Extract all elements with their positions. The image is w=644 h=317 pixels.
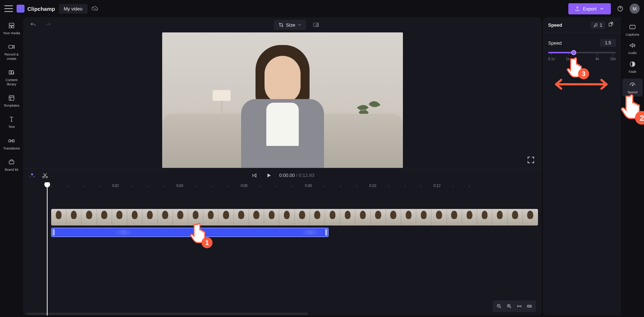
sidebar-item-record[interactable]: Record & create	[1, 43, 22, 61]
svg-rect-7	[9, 95, 14, 100]
timeline[interactable]: /*placeholder*/ 0:020:040:060:080:100:12	[23, 182, 542, 316]
svg-text:3: 3	[582, 70, 585, 77]
play-button[interactable]	[265, 171, 273, 179]
speed-icon	[629, 81, 636, 89]
fullscreen-button[interactable]	[527, 156, 535, 164]
slider-tick-labels: 0.1x 1x 2x 4x 16x	[548, 57, 616, 61]
zoom-fit-button[interactable]	[514, 302, 524, 311]
svg-rect-12	[316, 24, 318, 26]
ruler-label: 0:06	[241, 184, 248, 188]
svg-rect-2	[9, 26, 11, 28]
audio-clip[interactable]	[51, 228, 329, 237]
clip-thumbnail	[66, 209, 81, 226]
zoom-in-button[interactable]	[504, 302, 514, 311]
right-rail: Captions Audio Fade Speed 2	[621, 17, 644, 317]
ruler-label: 0:04	[176, 184, 183, 188]
video-preview-frame	[162, 32, 403, 168]
clip-thumbnail	[279, 209, 294, 226]
menu-icon[interactable]	[4, 5, 13, 12]
record-icon	[8, 43, 15, 51]
clip-thumbnail	[51, 209, 66, 226]
clip-thumbnail	[264, 209, 279, 226]
ai-sparkle-button[interactable]	[28, 171, 36, 179]
clip-handle-right[interactable]	[325, 229, 327, 236]
skip-back-button[interactable]	[250, 171, 258, 179]
sidebar-item-label: Templates	[4, 103, 19, 107]
clip-thumbnail	[218, 209, 234, 226]
preview-canvas[interactable]	[23, 32, 542, 168]
clip-thumbnail	[81, 209, 97, 226]
video-clip[interactable]	[51, 209, 538, 226]
brand-name: Clipchamp	[27, 6, 55, 12]
clip-thumbnail	[112, 209, 127, 226]
help-icon[interactable]	[614, 3, 626, 14]
right-rail-speed[interactable]: Speed	[622, 79, 643, 96]
redo-button[interactable]	[43, 20, 53, 30]
timecode: 0:00.00 / 0:12.83	[279, 173, 315, 178]
sidebar-item-text[interactable]: Text	[1, 115, 22, 129]
clip-thumbnail	[158, 209, 173, 226]
rail-label: Fade	[629, 70, 636, 73]
duration: 0:12.83	[299, 173, 314, 178]
library-icon	[8, 68, 15, 76]
size-dropdown[interactable]: Size	[274, 20, 306, 30]
editor-area: Size	[23, 17, 542, 316]
rail-label: Speed	[627, 90, 637, 94]
speed-value-input[interactable]: 1.5	[600, 39, 616, 47]
playhead[interactable]	[47, 182, 48, 316]
crop-icon	[278, 22, 284, 28]
project-title-input[interactable]: My video	[59, 4, 88, 14]
timeline-ruler[interactable]: /*placeholder*/ 0:020:040:060:080:100:12	[27, 182, 542, 192]
tutorial-pointer-2: 2	[619, 91, 644, 127]
sidebar-item-templates[interactable]: Templates	[1, 94, 22, 107]
clip-thumbnail	[295, 209, 310, 226]
cloud-sync-icon[interactable]	[91, 5, 98, 12]
sidebar-item-transitions[interactable]: Transitions	[1, 137, 22, 150]
right-rail-fade[interactable]: Fade	[622, 60, 643, 73]
waveform	[57, 230, 323, 235]
sidebar-item-label: Record & create	[1, 52, 22, 61]
export-button[interactable]: Export	[568, 3, 611, 14]
slider-thumb[interactable]	[571, 50, 576, 55]
right-rail-captions[interactable]: Captions	[622, 23, 643, 36]
svg-point-26	[632, 85, 633, 86]
left-rail: Your media Record & create Content libra…	[0, 17, 23, 317]
speed-slider[interactable]	[548, 52, 616, 53]
zoom-out-button[interactable]	[494, 302, 504, 311]
picture-in-picture-button[interactable]	[311, 20, 321, 30]
ruler-label: 0:02	[112, 184, 119, 188]
clip-thumbnail	[371, 209, 386, 226]
zoom-mode-button[interactable]	[524, 302, 534, 311]
clip-thumbnail	[340, 209, 355, 226]
popout-button[interactable]	[608, 21, 616, 29]
svg-rect-24	[630, 25, 635, 29]
text-icon	[8, 115, 15, 123]
svg-text:2: 2	[640, 113, 644, 122]
fade-icon	[629, 60, 636, 68]
sidebar-item-label: Brand kit	[5, 168, 18, 171]
undo-button[interactable]	[28, 20, 38, 30]
clip-thumbnail	[249, 209, 264, 226]
clip-thumbnail	[234, 209, 249, 226]
current-time: 0:00.00	[279, 173, 295, 178]
sidebar-item-brand-kit[interactable]: Brand kit	[1, 158, 22, 171]
svg-rect-10	[9, 161, 14, 164]
clip-thumbnail	[203, 209, 218, 226]
svg-point-22	[578, 68, 589, 79]
clip-thumbnail	[492, 209, 507, 226]
svg-rect-8	[9, 139, 11, 142]
clip-thumbnail	[142, 209, 157, 226]
clip-handle-left[interactable]	[53, 229, 55, 236]
sidebar-item-your-media[interactable]: Your media	[1, 22, 22, 35]
svg-rect-6	[12, 71, 13, 74]
sidebar-item-content-library[interactable]: Content library	[1, 68, 22, 86]
cut-button[interactable]	[41, 171, 49, 179]
avatar[interactable]: M	[630, 4, 640, 14]
size-label: Size	[286, 22, 295, 28]
tutorial-arrows	[545, 73, 617, 95]
timeline-scrollbar[interactable]	[27, 313, 308, 315]
clip-thumbnail	[508, 209, 523, 226]
preview-toolbar: Size	[23, 17, 542, 32]
right-rail-audio[interactable]: Audio	[622, 41, 643, 55]
clip-thumbnail	[325, 209, 340, 226]
